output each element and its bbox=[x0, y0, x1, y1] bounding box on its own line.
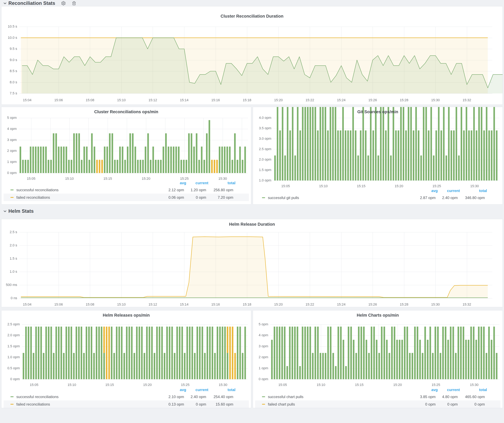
legend-column-avg[interactable]: avg bbox=[180, 181, 186, 185]
helm-release-duration-chart[interactable] bbox=[1, 219, 503, 307]
panel-helm-charts-ops: Helm Charts ops/min avgcurrenttotalsucce… bbox=[253, 310, 503, 408]
panel-title[interactable]: Helm Releases ops/min bbox=[1, 313, 251, 318]
series-stat-value: 2.12 opm bbox=[168, 188, 184, 192]
panel-git-sources-ops: Git Sources ops/min avgcurrenttotalsucce… bbox=[253, 107, 503, 205]
legend-column-total[interactable]: total bbox=[228, 388, 235, 392]
legend-column-avg[interactable]: avg bbox=[431, 189, 438, 193]
series-stat-value: 0 opm bbox=[474, 402, 485, 406]
series-stat-value: 346.80 opm bbox=[465, 196, 485, 200]
legend-row: successful chart pulls3.85 opm4.80 opm46… bbox=[255, 393, 500, 400]
legend-row: failed reconciliations0.06 opm0 opm7.20 … bbox=[4, 194, 249, 201]
cluster-reconciliation-duration-chart[interactable] bbox=[1, 6, 503, 105]
series-stat-value: 0 opm bbox=[196, 402, 206, 406]
series-name[interactable]: successful git pulls bbox=[268, 196, 299, 200]
series-stat-value: 1.20 opm bbox=[191, 188, 206, 192]
legend-column-current[interactable]: current bbox=[195, 388, 208, 392]
chevron-down-icon bbox=[3, 210, 6, 212]
legend-column-avg[interactable]: avg bbox=[180, 388, 186, 392]
series-stat-value: 7.20 opm bbox=[218, 195, 233, 200]
legend-column-total[interactable]: total bbox=[228, 181, 235, 185]
series-stat-value: 2.40 opm bbox=[191, 395, 206, 399]
series-stat-value: 15.60 opm bbox=[216, 402, 233, 406]
series-stat-value: 256.80 opm bbox=[214, 188, 233, 192]
legend-column-avg[interactable]: avg bbox=[431, 388, 438, 392]
series-name[interactable]: successful reconciliations bbox=[16, 188, 59, 192]
legend-column-current[interactable]: current bbox=[447, 189, 460, 193]
legend-column-total[interactable]: total bbox=[479, 388, 487, 392]
series-stat-value: 254.40 opm bbox=[214, 395, 233, 399]
gear-icon[interactable] bbox=[61, 1, 66, 6]
section-header-helm-stats[interactable]: Helm Stats bbox=[3, 208, 34, 215]
series-swatch-icon bbox=[11, 197, 13, 198]
panel-title[interactable]: Git Sources ops/min bbox=[253, 110, 503, 114]
series-name[interactable]: failed chart pulls bbox=[268, 402, 295, 406]
series-name[interactable]: successful reconciliations bbox=[16, 395, 59, 399]
legend-row: failed chart pulls0 opm0 opm0 opm bbox=[255, 400, 500, 408]
legend-column-current[interactable]: current bbox=[447, 388, 460, 392]
panel-cluster-reconciliation-duration: Cluster Reconciliation Duration bbox=[1, 6, 503, 105]
series-stat-value: 0 opm bbox=[425, 402, 436, 406]
series-swatch-icon bbox=[11, 396, 13, 397]
legend-column-total[interactable]: total bbox=[479, 189, 487, 193]
panel-title[interactable]: Helm Release Duration bbox=[1, 222, 503, 227]
series-swatch-icon bbox=[262, 197, 265, 198]
series-stat-value: 4.80 opm bbox=[442, 395, 458, 399]
section-header-reconciliation-stats[interactable]: Reconciliation Stats bbox=[3, 0, 76, 6]
series-stat-value: 2.87 opm bbox=[420, 196, 436, 200]
series-swatch-icon bbox=[11, 404, 13, 405]
panel-title[interactable]: Helm Charts ops/min bbox=[253, 313, 503, 318]
legend-row: successful reconciliations2.10 opm2.40 o… bbox=[4, 393, 249, 400]
chevron-down-icon bbox=[3, 2, 6, 4]
legend-row: failed reconciliations0.13 opm0 opm15.60… bbox=[4, 400, 249, 408]
legend-row: successful reconciliations2.12 opm1.20 o… bbox=[4, 186, 249, 194]
series-stat-value: 465.60 opm bbox=[465, 395, 485, 399]
legend-row: successful git pulls2.87 opm2.40 opm346.… bbox=[255, 194, 500, 201]
series-swatch-icon bbox=[262, 396, 265, 397]
series-name[interactable]: failed reconciliations bbox=[16, 195, 50, 200]
section-title: Helm Stats bbox=[8, 208, 34, 214]
panel-helm-release-duration: Helm Release Duration bbox=[1, 219, 503, 307]
panel-title[interactable]: Cluster Reconciliation Duration bbox=[1, 14, 503, 19]
series-stat-value: 0.13 opm bbox=[168, 402, 184, 406]
panel-helm-releases-ops: Helm Releases ops/min avgcurrenttotalsuc… bbox=[1, 310, 251, 408]
series-stat-value: 2.10 opm bbox=[168, 395, 184, 399]
series-name[interactable]: failed reconciliations bbox=[16, 402, 50, 406]
panel-cluster-reconciliations-ops: Cluster Reconciliations ops/min avgcurre… bbox=[1, 107, 251, 205]
series-swatch-icon bbox=[11, 189, 13, 190]
trash-icon[interactable] bbox=[72, 1, 76, 6]
grafana-dashboard: { "colors": { "green": "#7EB26D", "green… bbox=[0, 0, 504, 423]
series-name[interactable]: successful chart pulls bbox=[268, 395, 303, 399]
series-stat-value: 0.06 opm bbox=[168, 195, 184, 200]
git-sources-ops-chart[interactable] bbox=[253, 107, 503, 204]
series-stat-value: 3.85 opm bbox=[420, 395, 436, 399]
panel-title[interactable]: Cluster Reconciliations ops/min bbox=[1, 110, 251, 114]
series-stat-value: 0 opm bbox=[196, 195, 206, 200]
series-stat-value: 0 opm bbox=[447, 402, 458, 406]
section-title: Reconciliation Stats bbox=[8, 0, 55, 6]
series-stat-value: 2.40 opm bbox=[442, 196, 458, 200]
legend-column-current[interactable]: current bbox=[195, 181, 208, 185]
series-swatch-icon bbox=[262, 404, 265, 405]
